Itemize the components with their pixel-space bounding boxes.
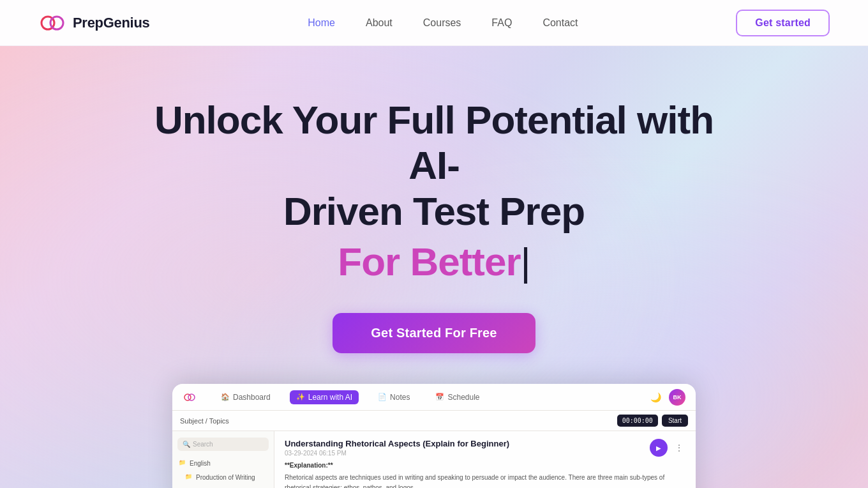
start-button[interactable]: Start bbox=[662, 415, 688, 427]
search-placeholder: Search bbox=[193, 441, 213, 448]
folder-icon: 📁 bbox=[179, 459, 186, 467]
nav-link-home[interactable]: Home bbox=[308, 17, 335, 29]
content-controls: ▶ ⋮ bbox=[650, 439, 685, 457]
app-nav-schedule-label: Schedule bbox=[447, 393, 479, 402]
app-nav-notes-label: Notes bbox=[390, 393, 410, 402]
dashboard-icon: 🏠 bbox=[221, 393, 230, 401]
app-nav-learn[interactable]: ✨ Learn with AI bbox=[290, 390, 359, 404]
more-button[interactable]: ⋮ bbox=[673, 441, 685, 454]
content-header: Understanding Rhetorical Aspects (Explai… bbox=[285, 439, 685, 457]
sidebar-item-production[interactable]: 📁 Production of Writing bbox=[172, 470, 274, 484]
app-window: 🏠 Dashboard ✨ Learn with AI 📄 Notes 📅 Sc… bbox=[172, 384, 696, 488]
sidebar-label: Production of Writing bbox=[196, 474, 255, 481]
app-nav-schedule[interactable]: 📅 Schedule bbox=[429, 390, 486, 404]
nav-link-courses[interactable]: Courses bbox=[423, 17, 461, 29]
sidebar-search[interactable]: 🔍 Search bbox=[177, 438, 269, 451]
app-nav-notes[interactable]: 📄 Notes bbox=[371, 390, 416, 404]
app-content: 🔍 Search 📁 English 📁 Production of Writi… bbox=[172, 431, 696, 488]
nav-links: Home About Courses FAQ Contact bbox=[308, 17, 578, 29]
app-preview: 🏠 Dashboard ✨ Learn with AI 📄 Notes 📅 Sc… bbox=[172, 384, 696, 488]
svg-point-1 bbox=[50, 17, 63, 29]
app-logo bbox=[183, 390, 197, 404]
app-timer-row: Subject / Topics 00:00:00 Start bbox=[172, 411, 696, 431]
app-main: Understanding Rhetorical Aspects (Explai… bbox=[274, 431, 696, 488]
navbar: PrepGenius Home About Courses FAQ Contac… bbox=[0, 0, 868, 46]
logo-text: PrepGenius bbox=[73, 15, 149, 31]
hero-subtitle: For Better| bbox=[338, 236, 530, 288]
nav-link-about[interactable]: About bbox=[366, 17, 393, 29]
content-date: 03-29-2024 06:15 PM bbox=[285, 450, 509, 457]
content-title: Understanding Rhetorical Aspects (Explai… bbox=[285, 439, 509, 448]
app-sidebar: 🔍 Search 📁 English 📁 Production of Writi… bbox=[172, 431, 274, 488]
app-nav-learn-label: Learn with AI bbox=[308, 393, 352, 402]
subject-topics-label: Subject / Topics bbox=[180, 417, 229, 425]
app-nav-dashboard-label: Dashboard bbox=[233, 393, 271, 402]
logo[interactable]: PrepGenius bbox=[38, 9, 149, 37]
hero-title-line1: Unlock Your Full Potential with AI- bbox=[154, 98, 714, 187]
schedule-icon: 📅 bbox=[435, 393, 444, 401]
hero-section: Unlock Your Full Potential with AI- Driv… bbox=[0, 46, 868, 488]
folder-icon: 📁 bbox=[185, 473, 193, 481]
hero-subtitle-text: For Better bbox=[338, 240, 520, 284]
avatar: BK bbox=[669, 389, 685, 406]
moon-icon: 🌙 bbox=[650, 392, 661, 402]
logo-icon bbox=[38, 9, 66, 37]
content-body: **Explanation:** Rhetorical aspects are … bbox=[285, 461, 685, 488]
intro-text: Rhetorical aspects are techniques used i… bbox=[285, 473, 685, 488]
hero-cursor: | bbox=[521, 240, 530, 284]
hero-title: Unlock Your Full Potential with AI- Driv… bbox=[147, 97, 721, 234]
notes-icon: 📄 bbox=[378, 393, 387, 401]
sidebar-label: English bbox=[190, 460, 211, 467]
nav-right: Get started bbox=[736, 10, 830, 36]
app-logo-icon bbox=[183, 390, 197, 404]
play-button[interactable]: ▶ bbox=[650, 439, 668, 457]
search-icon: 🔍 bbox=[183, 441, 190, 448]
nav-link-contact[interactable]: Contact bbox=[542, 17, 578, 29]
hero-cta-button[interactable]: Get Started For Free bbox=[333, 313, 535, 353]
nav-get-started-button[interactable]: Get started bbox=[736, 10, 830, 36]
hero-title-line2: Driven Test Prep bbox=[283, 189, 585, 233]
svg-point-3 bbox=[188, 394, 195, 400]
app-nav-dashboard[interactable]: 🏠 Dashboard bbox=[214, 390, 277, 404]
app-topbar: 🏠 Dashboard ✨ Learn with AI 📄 Notes 📅 Sc… bbox=[172, 384, 696, 411]
app-topbar-right: 🌙 BK bbox=[650, 389, 685, 406]
sidebar-item-topic[interactable]: 📁 Topic Development bbox=[172, 484, 274, 488]
explanation-label: **Explanation:** bbox=[285, 461, 685, 471]
timer-controls: 00:00:00 Start bbox=[617, 415, 688, 427]
sidebar-item-english[interactable]: 📁 English bbox=[172, 456, 274, 470]
nav-link-faq[interactable]: FAQ bbox=[491, 17, 512, 29]
learn-icon: ✨ bbox=[296, 393, 305, 401]
content-title-area: Understanding Rhetorical Aspects (Explai… bbox=[285, 439, 509, 457]
timer-display: 00:00:00 bbox=[617, 415, 658, 427]
